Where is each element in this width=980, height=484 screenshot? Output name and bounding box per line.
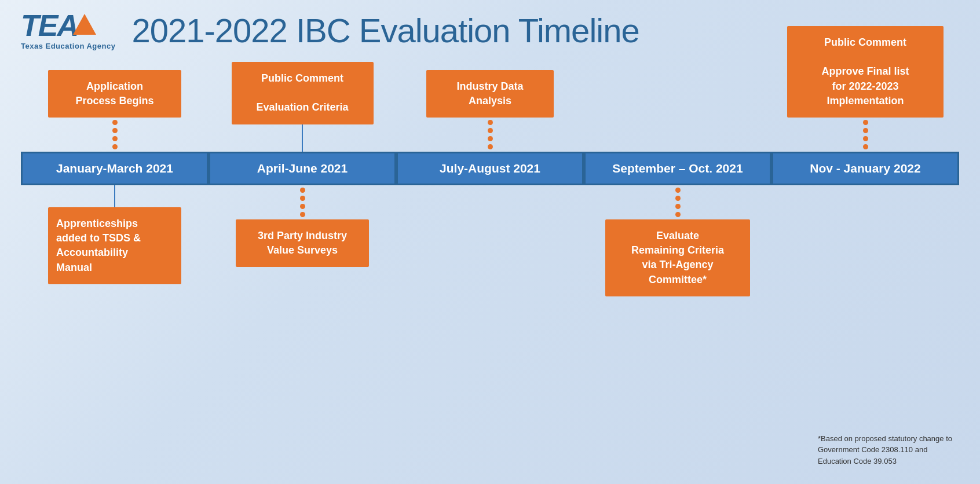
event-box-public-comment-final: Public Comment Approve Final list for 20… [787, 26, 944, 118]
timeline-area: Application Process Begins Public Commen… [0, 62, 980, 301]
period-slot-1: April-June 2021 [209, 152, 396, 185]
upper-solid-connector-1 [302, 124, 303, 152]
event-box-3rd-party: 3rd Party Industry Value Surveys [236, 219, 369, 267]
tea-agency-label: Texas Education Agency [21, 42, 115, 50]
event-text-public-comment-criteria: Public Comment Evaluation Criteria [256, 72, 348, 113]
lower-connector-1 [300, 185, 305, 219]
periods-row: January-March 2021 April-June 2021 July-… [21, 152, 959, 185]
tea-brand-text: TEA [21, 10, 78, 41]
tea-logo: TEA Texas Education Agency [21, 10, 115, 50]
period-slot-2: July-August 2021 [396, 152, 584, 185]
event-box-public-comment-criteria: Public Comment Evaluation Criteria [232, 62, 374, 124]
upper-slot-2: Industry Data Analysis [396, 62, 584, 152]
upper-slot-1: Public Comment Evaluation Criteria [209, 62, 396, 152]
upper-connector-4 [863, 118, 868, 152]
lower-connector-3 [675, 185, 681, 219]
period-box-sep-oct: September – Oct. 2021 [584, 152, 771, 185]
upper-slot-0: Application Process Begins [21, 62, 209, 152]
event-text-evaluate-criteria: Evaluate Remaining Criteria via Tri-Agen… [613, 229, 742, 287]
lower-slot-1: 3rd Party Industry Value Surveys [209, 185, 396, 301]
upper-slot-3 [584, 62, 771, 152]
period-slot-3: September – Oct. 2021 [584, 152, 771, 185]
event-text-public-comment-final: Public Comment Approve Final list for 20… [821, 36, 909, 107]
lower-slot-0: Apprenticeships added to TSDS & Accounta… [21, 185, 209, 301]
event-box-apprenticeships: Apprenticeships added to TSDS & Accounta… [48, 207, 181, 284]
period-slot-4: Nov - January 2022 [771, 152, 959, 185]
lower-slot-2 [396, 185, 584, 301]
event-text-3rd-party: 3rd Party Industry Value Surveys [244, 229, 361, 258]
upper-slot-4: Public Comment Approve Final list for 20… [771, 62, 959, 152]
upper-events-row: Application Process Begins Public Commen… [21, 62, 959, 152]
event-text-apprenticeships: Apprenticeships added to TSDS & Accounta… [56, 217, 173, 275]
period-box-jan-mar: January-March 2021 [21, 152, 209, 185]
event-box-industry-data: Industry Data Analysis [426, 70, 554, 118]
tea-triangle-icon [73, 14, 96, 35]
lower-slot-4 [771, 185, 959, 301]
full-timeline: Application Process Begins Public Commen… [21, 62, 959, 301]
upper-connector-0 [112, 118, 118, 152]
event-text-industry-data: Industry Data Analysis [456, 80, 523, 107]
footnote: *Based on proposed statutory change to G… [818, 433, 957, 467]
period-slot-0: January-March 2021 [21, 152, 209, 185]
lower-solid-connector-0 [114, 185, 115, 207]
period-box-nov-jan: Nov - January 2022 [771, 152, 959, 185]
lower-slot-3: Evaluate Remaining Criteria via Tri-Agen… [584, 185, 771, 301]
upper-connector-2 [488, 118, 493, 152]
page-title: 2021-2022 IBC Evaluation Timeline [131, 11, 639, 50]
event-box-application: Application Process Begins [48, 70, 181, 118]
lower-events-row: Apprenticeships added to TSDS & Accounta… [21, 185, 959, 301]
period-box-apr-jun: April-June 2021 [209, 152, 396, 185]
event-box-evaluate-criteria: Evaluate Remaining Criteria via Tri-Agen… [605, 219, 750, 296]
event-text-application: Application Process Begins [75, 80, 153, 107]
period-box-jul-aug: July-August 2021 [396, 152, 584, 185]
